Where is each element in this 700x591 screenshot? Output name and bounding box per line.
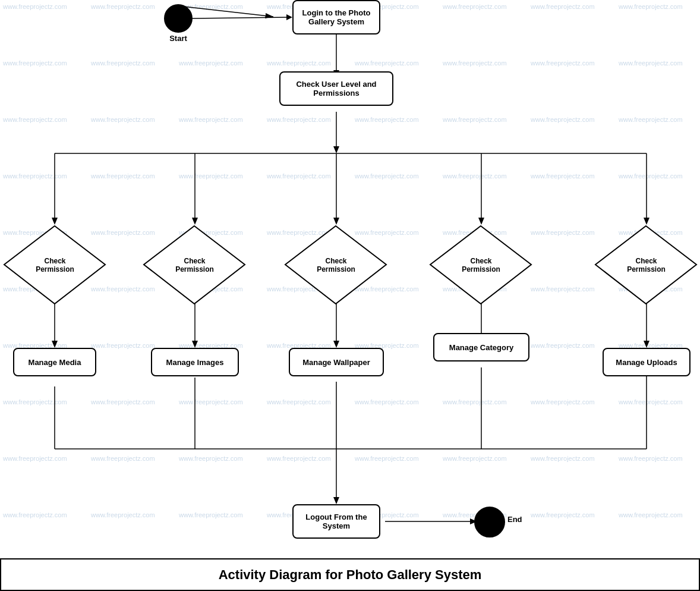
svg-marker-20 (192, 341, 198, 348)
svg-marker-16 (644, 218, 649, 225)
diamond-5: Check Permission (594, 225, 698, 305)
login-box: Login to the Photo Gallery System (292, 0, 380, 34)
diamond-1: Check Permission (3, 225, 107, 305)
svg-marker-5 (333, 146, 339, 153)
diamond-2: Check Permission (143, 225, 247, 305)
start-label: Start (164, 34, 193, 43)
svg-line-1 (178, 6, 273, 17)
manage-category-box: Manage Category (433, 333, 529, 361)
svg-marker-26 (644, 341, 649, 348)
start-circle (164, 4, 193, 33)
svg-marker-14 (478, 218, 484, 225)
bottom-title: Activity Diagram for Photo Gallery Syste… (0, 558, 700, 591)
svg-marker-8 (52, 218, 58, 225)
manage-media-box: Manage Media (13, 348, 96, 376)
diamond-3: Check Permission (284, 225, 388, 305)
end-label: End (507, 515, 522, 524)
svg-marker-22 (333, 341, 339, 348)
manage-images-box: Manage Images (151, 348, 239, 376)
check-user-text: Check User Level and Permissions (296, 80, 376, 98)
check-user-box: Check User Level and Permissions (279, 71, 393, 106)
login-text: Login to the Photo Gallery System (302, 8, 371, 26)
end-circle (474, 507, 505, 537)
svg-marker-18 (52, 341, 58, 348)
diamond-4: Check Permission (429, 225, 533, 305)
svg-marker-38 (286, 14, 292, 20)
logout-box: Logout From the System (292, 504, 380, 539)
svg-marker-34 (333, 497, 339, 504)
svg-marker-12 (333, 218, 339, 225)
svg-line-37 (193, 17, 289, 18)
manage-uploads-box: Manage Uploads (603, 348, 690, 376)
title-text: Activity Diagram for Photo Gallery Syste… (219, 567, 482, 583)
manage-wallpaper-box: Manage Wallpaper (289, 348, 384, 376)
svg-marker-10 (192, 218, 198, 225)
